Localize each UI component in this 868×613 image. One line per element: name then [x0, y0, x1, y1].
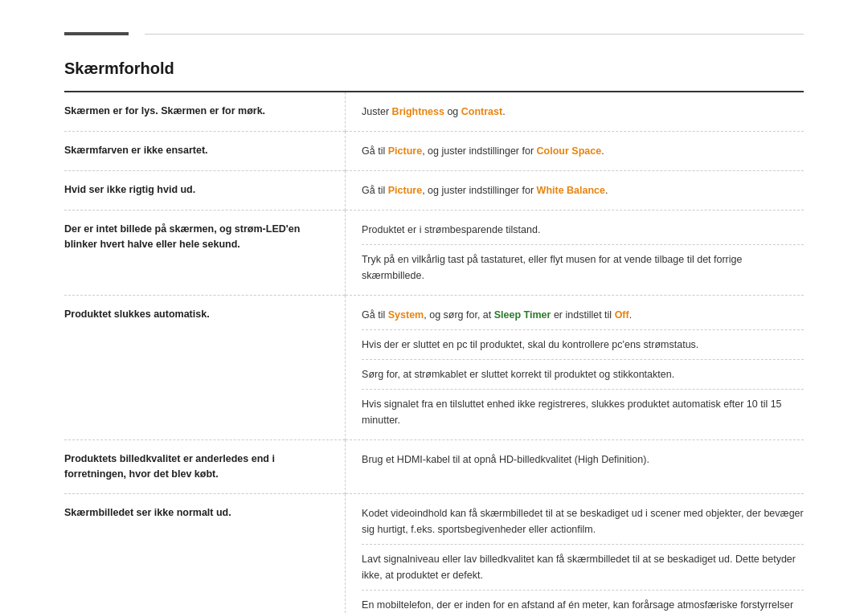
content-table: Skærmen er for lys. Skærmen er for mørk.…: [64, 91, 804, 613]
solution-block: Sørg for, at strømkablet er sluttet korr…: [362, 366, 804, 382]
solution-block: Hvis der er sluttet en pc til produktet,…: [362, 337, 804, 353]
solution-cell: Produktet er i strømbesparende tilstand.…: [346, 210, 804, 296]
solution-cell: Gå til System, og sørg for, at Sleep Tim…: [346, 296, 804, 440]
problem-text: Hvid ser ikke rigtig hvid ud.: [64, 184, 195, 195]
table-row: Skærmfarven er ikke ensartet.Gå til Pict…: [64, 132, 804, 171]
top-bar-line: [145, 34, 804, 35]
table-row: Der er intet billede på skærmen, og strø…: [64, 210, 804, 296]
solution-text: Hvis der er sluttet en pc til produktet,…: [362, 339, 698, 350]
solution-block: En mobiltelefon, der er inden for en afs…: [362, 597, 804, 614]
solution-text: En mobiltelefon, der er inden for en afs…: [362, 599, 793, 614]
problem-text: Skærmfarven er ikke ensartet.: [64, 145, 208, 156]
problem-cell: Hvid ser ikke rigtig hvid ud.: [64, 171, 346, 210]
problem-text: Produktet slukkes automatisk.: [64, 309, 210, 320]
solution-separator: [362, 244, 804, 245]
problem-text: Skærmbilledet ser ikke normalt ud.: [64, 507, 231, 518]
solution-text: Kodet videoindhold kan få skærmbilledet …: [362, 508, 804, 535]
solution-cell: Gå til Picture, og juster indstillinger …: [346, 132, 804, 171]
problem-cell: Produktets billedkvalitet er anderledes …: [64, 440, 346, 494]
solution-separator: [362, 590, 804, 591]
solution-separator: [362, 359, 804, 360]
solution-separator: [362, 329, 804, 330]
top-bar: [64, 32, 804, 35]
table-row: Produktets billedkvalitet er anderledes …: [64, 440, 804, 494]
solution-cell: Brug et HDMI-kabel til at opnå HD-billed…: [346, 440, 804, 494]
solution-text: Tryk på en vilkårlig tast på tastaturet,…: [362, 254, 742, 281]
solution-text: Gå til System, og sørg for, at Sleep Tim…: [362, 309, 632, 321]
solution-text: Brug et HDMI-kabel til at opnå HD-billed…: [362, 454, 649, 465]
page-title: Skærmforhold: [64, 59, 804, 78]
solution-block: Juster Brightness og Contrast.: [362, 104, 804, 120]
solution-text: Juster Brightness og Contrast.: [362, 106, 506, 117]
solution-text: Gå til Picture, og juster indstillinger …: [362, 145, 604, 157]
problem-text: Skærmen er for lys. Skærmen er for mørk.: [64, 105, 265, 116]
solution-text: Produktet er i strømbesparende tilstand.: [362, 224, 540, 235]
top-bar-accent: [64, 32, 129, 35]
table-row: Produktet slukkes automatisk.Gå til Syst…: [64, 296, 804, 440]
problem-cell: Der er intet billede på skærmen, og strø…: [64, 210, 346, 296]
solution-block: Hvis signalet fra en tilsluttet enhed ik…: [362, 396, 804, 428]
solution-separator: [362, 544, 804, 545]
solution-cell: Juster Brightness og Contrast.: [346, 92, 804, 132]
problem-text: Produktets billedkvalitet er anderledes …: [64, 453, 275, 480]
problem-cell: Skærmen er for lys. Skærmen er for mørk.: [64, 92, 346, 132]
solution-block: Gå til Picture, og juster indstillinger …: [362, 143, 804, 159]
solution-text: Gå til Picture, og juster indstillinger …: [362, 185, 608, 196]
table-row: Skærmen er for lys. Skærmen er for mørk.…: [64, 92, 804, 132]
solution-cell: Gå til Picture, og juster indstillinger …: [346, 171, 804, 210]
solution-block: Gå til Picture, og juster indstillinger …: [362, 182, 804, 198]
problem-cell: Produktet slukkes automatisk.: [64, 296, 346, 440]
solution-text: Lavt signalniveau eller lav billedkvalit…: [362, 554, 796, 581]
solution-text: Sørg for, at strømkablet er sluttet korr…: [362, 369, 674, 380]
solution-text: Hvis signalet fra en tilsluttet enhed ik…: [362, 398, 781, 426]
solution-cell: Kodet videoindhold kan få skærmbilledet …: [346, 493, 804, 613]
table-row: Skærmbilledet ser ikke normalt ud.Kodet …: [64, 493, 804, 613]
solution-block: Brug et HDMI-kabel til at opnå HD-billed…: [362, 452, 804, 468]
solution-block: Gå til System, og sørg for, at Sleep Tim…: [362, 307, 804, 323]
solution-separator: [362, 389, 804, 390]
problem-cell: Skærmbilledet ser ikke normalt ud.: [64, 493, 346, 613]
solution-block: Tryk på en vilkårlig tast på tastaturet,…: [362, 251, 804, 284]
solution-block: Lavt signalniveau eller lav billedkvalit…: [362, 551, 804, 583]
problem-cell: Skærmfarven er ikke ensartet.: [64, 132, 346, 171]
problem-text: Der er intet billede på skærmen, og strø…: [64, 223, 300, 250]
solution-block: Produktet er i strømbesparende tilstand.: [362, 222, 804, 238]
table-row: Hvid ser ikke rigtig hvid ud.Gå til Pict…: [64, 171, 804, 210]
solution-block: Kodet videoindhold kan få skærmbilledet …: [362, 505, 804, 537]
